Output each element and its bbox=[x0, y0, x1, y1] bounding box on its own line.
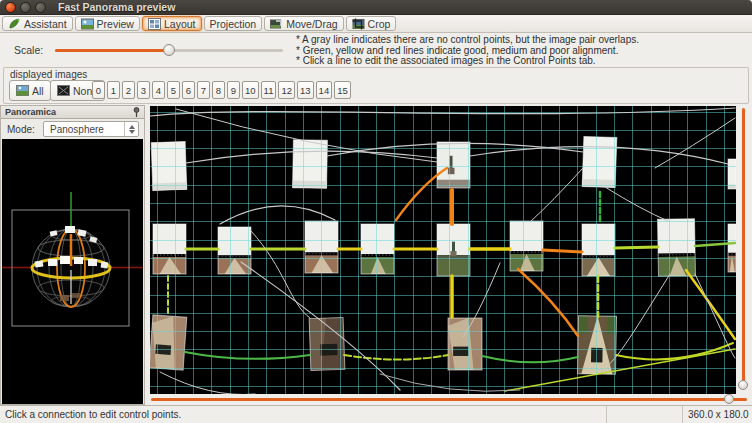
scale-slider-handle[interactable] bbox=[163, 44, 175, 56]
panoramica-title: Panoramica bbox=[5, 107, 132, 117]
horizontal-slider-handle[interactable] bbox=[724, 394, 734, 404]
scale-label: Scale: bbox=[14, 44, 43, 56]
show-all-button[interactable]: All bbox=[9, 80, 51, 101]
tab-crop[interactable]: Crop bbox=[346, 16, 397, 31]
image-toggle-10[interactable]: 10 bbox=[242, 81, 259, 99]
displayed-images-group: displayed images All None 01234567891011… bbox=[3, 67, 749, 104]
tab-layout-label: Layout bbox=[164, 18, 196, 30]
minimize-button[interactable] bbox=[20, 2, 31, 13]
crop-icon bbox=[352, 18, 365, 30]
mode-combobox[interactable]: Panosphere bbox=[43, 121, 139, 137]
tab-assistant[interactable]: Assistant bbox=[2, 16, 73, 31]
image-toggle-11[interactable]: 11 bbox=[261, 81, 277, 99]
control-point-connection[interactable] bbox=[543, 250, 582, 252]
layout-image-ground[interactable] bbox=[150, 315, 187, 370]
status-bar: Click a connection to edit control point… bbox=[0, 405, 752, 423]
horizontal-pan-slider[interactable] bbox=[148, 394, 752, 405]
assistant-icon bbox=[8, 18, 21, 30]
window-title: Fast Panorama preview bbox=[58, 1, 175, 13]
status-message: Click a connection to edit control point… bbox=[0, 406, 607, 423]
layout-image-horizon-green[interactable] bbox=[510, 221, 543, 271]
image-toggle-1[interactable]: 1 bbox=[107, 81, 120, 99]
layout-image-horizon-green[interactable] bbox=[658, 219, 696, 277]
layout-image-sky[interactable] bbox=[582, 136, 617, 187]
image-toggle-8[interactable]: 8 bbox=[212, 81, 225, 99]
layout-image-horizon-red[interactable] bbox=[153, 224, 186, 274]
layout-image-sky[interactable] bbox=[728, 159, 736, 189]
control-point-connection[interactable] bbox=[615, 247, 658, 248]
vertical-slider-handle[interactable] bbox=[738, 380, 748, 390]
image-toggle-15[interactable]: 15 bbox=[334, 81, 351, 99]
legend-line-click: * Click a line to edit the associated im… bbox=[296, 56, 639, 67]
no-images-icon bbox=[57, 85, 70, 96]
image-toggle-14[interactable]: 14 bbox=[316, 81, 333, 99]
layout-image-horizon-statue[interactable] bbox=[437, 224, 470, 276]
sphere-wireframe bbox=[32, 226, 110, 307]
tab-preview-label: Preview bbox=[97, 18, 134, 30]
all-images-icon bbox=[16, 85, 29, 96]
image-toggle-7[interactable]: 7 bbox=[197, 81, 210, 99]
mode-label: Mode: bbox=[7, 124, 35, 135]
legend-text: * A gray line indicates there are no con… bbox=[296, 35, 639, 67]
layout-image-horizon-path[interactable] bbox=[582, 224, 615, 276]
tab-assistant-label: Assistant bbox=[24, 18, 67, 30]
layout-image-horizon-green[interactable] bbox=[361, 224, 394, 274]
image-toggle-6[interactable]: 6 bbox=[182, 81, 195, 99]
show-all-label: All bbox=[32, 85, 44, 97]
panosphere-viewport[interactable] bbox=[2, 139, 143, 404]
layout-image-horizon-red[interactable] bbox=[728, 224, 736, 272]
layout-image-ground[interactable] bbox=[448, 318, 482, 370]
tab-layout[interactable]: Layout bbox=[142, 16, 202, 31]
displayed-images-label: displayed images bbox=[10, 69, 87, 80]
vertical-slider-track bbox=[742, 108, 745, 388]
main-area: Panoramica Mode: Panosphere bbox=[0, 105, 752, 405]
combobox-spinner-icon[interactable] bbox=[124, 122, 138, 136]
legend-line-gray: * A gray line indicates there are no con… bbox=[296, 35, 639, 46]
tab-projection-label: Projection bbox=[210, 18, 257, 30]
layout-canvas[interactable] bbox=[150, 106, 736, 394]
close-button[interactable] bbox=[5, 2, 16, 13]
scale-slider[interactable] bbox=[55, 43, 285, 57]
horizontal-slider-track bbox=[151, 398, 747, 401]
mode-row: Mode: Panosphere bbox=[1, 119, 144, 139]
toolbar: Assistant Preview Layout Projection Move… bbox=[0, 15, 752, 33]
panoramica-panel: Panoramica Mode: Panosphere bbox=[0, 105, 145, 405]
tab-preview[interactable]: Preview bbox=[75, 16, 140, 31]
panoramica-header[interactable]: Panoramica bbox=[1, 106, 144, 119]
layout-image-ground-path[interactable] bbox=[577, 316, 616, 375]
image-toggle-2[interactable]: 2 bbox=[122, 81, 135, 99]
status-spacer bbox=[607, 406, 683, 423]
tab-projection[interactable]: Projection bbox=[204, 16, 263, 31]
layout-image-horizon-red[interactable] bbox=[218, 227, 251, 274]
titlebar[interactable]: Fast Panorama preview bbox=[0, 0, 752, 15]
field-of-view-value: 360.0 x 180.0 bbox=[683, 406, 752, 423]
panosphere-preview[interactable] bbox=[2, 139, 143, 404]
preview-icon bbox=[81, 18, 94, 30]
image-toggle-12[interactable]: 12 bbox=[278, 81, 295, 99]
image-toggle-0[interactable]: 0 bbox=[92, 81, 105, 99]
image-toggle-9[interactable]: 9 bbox=[227, 81, 240, 99]
vertical-pan-slider[interactable] bbox=[737, 106, 752, 394]
tab-crop-label: Crop bbox=[368, 18, 391, 30]
fast-panorama-preview-window: Fast Panorama preview Assistant Preview … bbox=[0, 0, 752, 423]
pin-icon[interactable] bbox=[132, 107, 141, 118]
image-number-buttons: 0123456789101112131415 bbox=[92, 81, 351, 99]
move-drag-icon bbox=[270, 18, 283, 30]
maximize-button[interactable] bbox=[35, 2, 46, 13]
image-toggle-5[interactable]: 5 bbox=[167, 81, 180, 99]
layout-icon bbox=[148, 18, 161, 30]
mode-value: Panosphere bbox=[50, 124, 124, 135]
image-toggle-13[interactable]: 13 bbox=[297, 81, 314, 99]
tab-move-drag-label: Move/Drag bbox=[286, 18, 337, 30]
scale-slider-fill bbox=[55, 49, 169, 52]
image-toggle-3[interactable]: 3 bbox=[137, 81, 150, 99]
scale-legend-row: Scale: * A gray line indicates there are… bbox=[0, 33, 752, 67]
image-toggle-4[interactable]: 4 bbox=[152, 81, 165, 99]
tab-move-drag[interactable]: Move/Drag bbox=[264, 16, 343, 31]
